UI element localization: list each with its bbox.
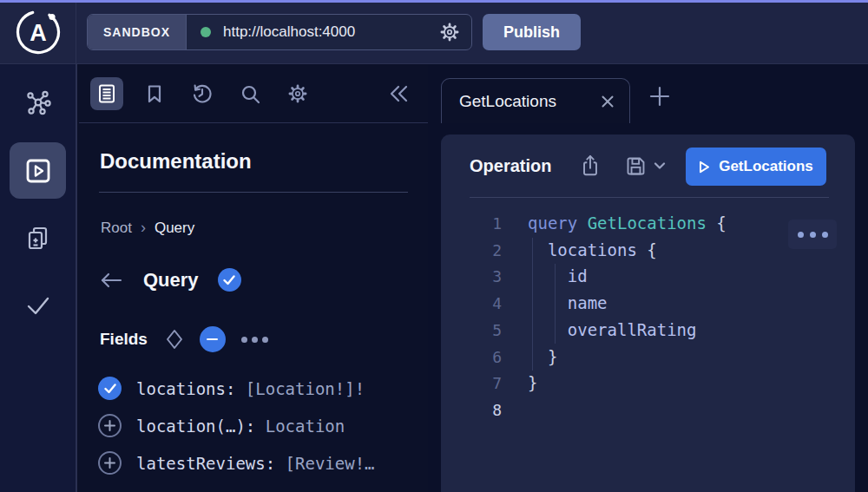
field-toggle-add[interactable] (98, 414, 122, 437)
code-line[interactable]: 2 locations { (441, 237, 855, 264)
plus-icon (647, 83, 673, 109)
bookmark-icon (144, 83, 165, 104)
check-icon (104, 384, 116, 394)
documentation-panel: Documentation Root › Query Query Fields (79, 64, 428, 492)
line-number: 6 (467, 344, 502, 371)
top-accent-bar (0, 0, 868, 3)
connection-status-dot (201, 27, 211, 37)
line-number: 3 (467, 263, 502, 290)
apollo-logo[interactable]: A (0, 0, 76, 64)
code-line[interactable]: 5 overallRating (441, 317, 855, 344)
plus-icon (104, 420, 115, 431)
type-name-heading: Query (143, 269, 199, 292)
nav-item-schema[interactable] (10, 75, 66, 131)
doc-panel-title: Documentation (100, 149, 252, 174)
operation-card: Operation (441, 134, 855, 492)
field-row-location[interactable]: location(…): Location (98, 407, 421, 444)
gear-icon (286, 82, 309, 105)
code-text: name (528, 290, 608, 317)
doc-tab-bookmarks[interactable] (138, 77, 171, 110)
field-type: [Location!]! (246, 379, 365, 398)
sandbox-badge[interactable]: SANDBOX (88, 15, 187, 49)
field-type: Location (266, 417, 345, 436)
field-toggle-checked[interactable] (98, 377, 122, 400)
code-line[interactable]: 6 } (441, 344, 855, 371)
run-operation-button[interactable]: GetLocations (686, 148, 826, 186)
fields-header-row: Fields (100, 326, 268, 352)
code-line[interactable]: 3 id (441, 263, 855, 290)
share-icon (579, 154, 602, 178)
tab-label: GetLocations (459, 92, 600, 111)
diff-docs-icon (24, 225, 52, 253)
checkmark-icon (23, 290, 54, 321)
publish-button[interactable]: Publish (483, 14, 581, 50)
code-text: locations { (528, 237, 657, 264)
close-icon (600, 94, 615, 109)
share-operation-button[interactable] (579, 154, 602, 178)
fields-heading: Fields (100, 330, 148, 349)
operation-header: Operation (441, 146, 855, 186)
line-number: 5 (467, 317, 502, 344)
doc-tab-search[interactable] (233, 77, 266, 110)
sort-fields-button[interactable] (165, 328, 184, 351)
new-tab-button[interactable] (647, 83, 673, 109)
deselect-all-button[interactable] (200, 326, 226, 352)
code-text: id (528, 263, 588, 290)
field-toggle-add[interactable] (98, 451, 122, 475)
dot-icon (241, 337, 247, 343)
save-floppy-icon (624, 154, 648, 178)
line-number: 2 (467, 237, 502, 264)
code-text: query GetLocations { (528, 210, 727, 237)
tab-getlocations[interactable]: GetLocations (441, 78, 630, 123)
endpoint-url-input[interactable]: http://localhost:4000 (223, 23, 438, 41)
doc-tab-documentation[interactable] (90, 77, 123, 110)
apollo-logo-icon: A (15, 9, 62, 56)
code-text: } (528, 344, 557, 371)
svg-text:A: A (30, 20, 47, 46)
play-square-icon (23, 156, 53, 186)
dot-icon (262, 337, 268, 343)
field-name: location(…): (136, 417, 255, 436)
fields-more-options-button[interactable] (241, 337, 268, 343)
search-icon (240, 83, 261, 105)
endpoint-url-section: http://localhost:4000 (187, 15, 471, 49)
breadcrumb-current[interactable]: Query (155, 220, 194, 237)
doc-toolbar (79, 64, 428, 123)
breadcrumb: Root › Query (101, 219, 194, 237)
operation-panel-region: GetLocations Operation (428, 64, 868, 492)
tab-close-button[interactable] (600, 94, 615, 109)
chevron-down-icon[interactable] (654, 161, 666, 170)
field-type: [Review!… (286, 454, 375, 473)
breadcrumb-root[interactable]: Root (101, 220, 132, 237)
line-number: 7 (467, 370, 502, 397)
code-line[interactable]: 1query GetLocations { (441, 210, 855, 237)
doc-tab-settings[interactable] (281, 77, 314, 110)
doc-title-divider (99, 192, 408, 193)
play-icon (699, 161, 710, 174)
connection-settings-gear-icon[interactable] (438, 21, 461, 43)
back-button[interactable] (98, 270, 124, 291)
code-line[interactable]: 4 name (441, 290, 855, 317)
endpoint-control: SANDBOX http://localhost:4000 (87, 14, 472, 50)
line-number: 4 (467, 290, 502, 317)
query-editor[interactable]: 1query GetLocations {2 locations {3 id4 … (441, 210, 855, 492)
collapse-panel-button[interactable] (383, 77, 416, 110)
type-selected-badge[interactable] (218, 268, 241, 292)
field-row-locations[interactable]: locations: [Location!]! (98, 370, 421, 407)
code-text: overallRating (528, 317, 696, 344)
nav-item-checks[interactable] (10, 277, 66, 333)
field-list: locations: [Location!]! location(…): Loc… (98, 370, 421, 482)
nav-item-explorer[interactable] (10, 142, 66, 199)
doc-tab-history[interactable] (186, 77, 219, 110)
code-line[interactable]: 7} (441, 370, 855, 397)
field-row-latest-reviews[interactable]: latestReviews: [Review!… (98, 444, 421, 482)
nav-item-changelog[interactable] (10, 210, 66, 266)
code-line[interactable]: 8 (441, 397, 855, 423)
field-name: locations: (136, 379, 235, 398)
save-operation-button[interactable] (624, 154, 666, 178)
line-number: 1 (467, 210, 502, 237)
field-name: latestReviews: (136, 454, 275, 473)
code-text: } (528, 370, 537, 397)
breadcrumb-separator-icon: › (141, 219, 146, 237)
chevrons-left-icon (388, 83, 411, 104)
